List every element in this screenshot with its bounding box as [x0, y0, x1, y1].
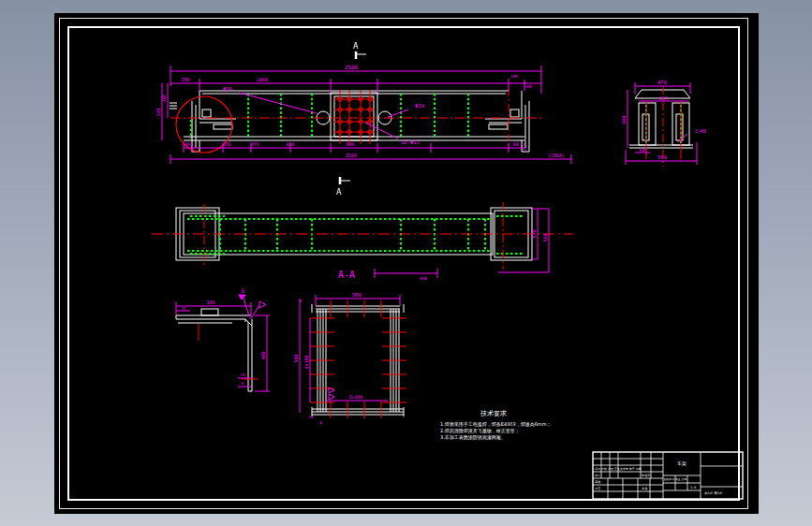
dim-section-width: 560: [352, 292, 362, 298]
dim-bot-e: 640: [346, 141, 354, 147]
dim-detail-small: 14: [182, 306, 186, 311]
dim-plan-outer: 560: [542, 233, 548, 241]
leader-hole-left: Φ30: [223, 86, 232, 92]
dim-detail-top: 190: [206, 300, 214, 305]
dim-overall: (2560): [548, 153, 565, 158]
dim-plan-inner: 470: [531, 229, 537, 238]
dim-end-height: 480: [621, 115, 627, 124]
dim-left-a: 60: [161, 95, 167, 101]
dim-bot-a: 60: [185, 141, 190, 147]
title-block-stage-header: 阶段标记 质量 比例: [664, 477, 687, 481]
title-block-process: 工艺: [595, 487, 600, 490]
dim-bot-f: 60: [513, 141, 519, 147]
dim-end-top: 470: [657, 80, 667, 85]
notes-line-1: 1.焊接采用手工电弧焊，焊条E4303，焊缝高6mm；: [440, 421, 552, 428]
leader-end-view: 2-M8: [695, 128, 706, 134]
notes-line-2: 2.焊后清除焊渣及飞溅物，校正变形；: [440, 428, 520, 434]
dim-bot-b: 320: [222, 141, 230, 147]
title-block-design: 设计: [595, 474, 601, 477]
dim-section-height: 500: [293, 354, 299, 362]
dim-total-top: 2560: [345, 64, 359, 70]
dim-bot-d: 410: [286, 141, 294, 147]
dim-section-pitch-bottom: 3×100: [348, 394, 362, 400]
section-title: A-A: [338, 270, 355, 280]
notes-title: 技术要求: [480, 410, 507, 417]
dim-end-inner: 410: [658, 95, 667, 101]
dim-end-total: 560: [657, 154, 667, 160]
dim-total-bottom: 2560: [346, 153, 357, 158]
cad-viewer-window: 2560 298 1400 140 100 60 140 60 320 373 …: [0, 0, 812, 526]
dim-section-t1: 15: [309, 415, 314, 419]
drawing-svg[interactable]: 2560 298 1400 140 100 60 140 60 320 373 …: [0, 0, 812, 526]
leader-bolt-pattern: 16-Φ13: [401, 139, 420, 145]
dim-detail-height: 400: [260, 351, 266, 359]
dim-bot-c: 373: [250, 141, 258, 147]
dim-left-b: 140: [155, 108, 161, 116]
dim-seg-a: 298: [181, 77, 189, 82]
notes-line-3: 3.非加工表面涂防锈底漆两遍。: [440, 434, 506, 441]
drawing-paper: [54, 13, 759, 514]
title-block-scale: 1:5: [690, 486, 696, 489]
dim-seg-d: 100: [524, 84, 532, 89]
dim-seg-b: 1400: [257, 77, 268, 82]
title-block-check: 审核: [595, 480, 601, 484]
balloon-label: 3: [241, 287, 244, 294]
title-block-approve: 批准: [642, 487, 648, 490]
dim-end-foot: 100: [639, 148, 646, 153]
title-block-product: 车架: [677, 460, 687, 466]
dim-seg-c: 140: [510, 74, 518, 79]
title-block-standard: 标准化: [641, 474, 651, 477]
dim-detail-t1: 15: [241, 373, 245, 377]
dim-plan-bottom: 430: [420, 276, 427, 281]
title-block-sheet: 共1张 第1张: [704, 491, 723, 495]
title-block-record-header: 标记 处数 分区 更改文件号 签字 日期: [594, 467, 642, 471]
section-marker-top-label: A: [353, 41, 359, 51]
section-marker-bottom-label: A: [336, 187, 342, 197]
leader-hole-right: Φ30: [415, 103, 424, 109]
dim-section-pitch-left: 4×100: [303, 355, 309, 369]
